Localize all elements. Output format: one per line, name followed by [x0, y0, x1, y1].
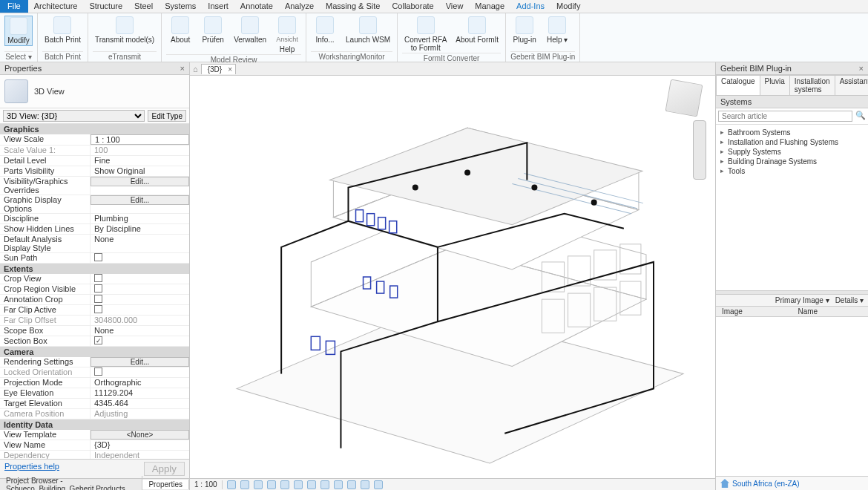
view-cube[interactable] — [665, 79, 703, 117]
menu-tab-insert[interactable]: Insert — [202, 0, 234, 13]
menu-tab-analyze[interactable]: Analyze — [279, 0, 320, 13]
prop-row[interactable]: Scope BoxNone — [0, 326, 189, 336]
prop-row[interactable]: DependencyIndependent — [0, 451, 189, 459]
prop-row[interactable]: Sun Path — [0, 253, 189, 264]
search-icon[interactable]: 🔍 — [855, 111, 866, 122]
vc-icon-4[interactable] — [267, 480, 276, 489]
menu-tab-annotate[interactable]: Annotate — [234, 0, 279, 13]
navigation-bar[interactable] — [693, 120, 706, 180]
properties-help-link[interactable]: Properties help — [4, 462, 59, 476]
tree-item[interactable]: Installation and Flushing Systems — [720, 137, 864, 147]
menu-tab-modify[interactable]: Modify — [550, 0, 586, 13]
geberit-help-button[interactable]: Help ▾ — [543, 16, 571, 45]
modify-button[interactable]: Modify — [4, 16, 33, 46]
close-view-icon[interactable]: × — [228, 65, 232, 74]
prop-value[interactable]: Plumbing — [91, 214, 189, 223]
prop-row[interactable]: View Scale1 : 100 — [0, 134, 189, 146]
vc-icon-10[interactable] — [347, 480, 356, 489]
primary-image-dropdown[interactable]: Primary Image ▾ — [775, 296, 829, 304]
prop-value[interactable]: None — [91, 326, 189, 336]
help-small-button[interactable]: AnsichtHelp — [273, 16, 301, 54]
prop-row[interactable]: View Name{3D} — [0, 440, 189, 451]
prop-row[interactable]: Target Elevation4345.464 — [0, 399, 189, 409]
apply-button[interactable]: Apply — [144, 462, 185, 476]
prop-row[interactable]: Parts VisibilityShow Original — [0, 166, 189, 177]
prop-value[interactable]: Fine — [91, 156, 189, 166]
prop-row[interactable]: Rendering SettingsEdit... — [0, 357, 189, 368]
vc-icon-2[interactable] — [240, 480, 249, 489]
bottom-tab-properties[interactable]: Properties — [142, 480, 189, 489]
vc-icon-9[interactable] — [334, 480, 343, 489]
pruefen-button[interactable]: Prüfen — [199, 16, 227, 45]
prop-value[interactable]: 1 : 100 — [91, 134, 189, 145]
info-button[interactable]: Info... — [311, 16, 339, 45]
prop-value[interactable] — [91, 368, 189, 377]
file-menu[interactable]: File — [0, 0, 28, 13]
bottom-tab-project-browser[interactable]: Project Browser - Schueco_Building_Geber… — [0, 476, 142, 491]
tree-item[interactable]: Tools — [720, 166, 864, 176]
prop-value[interactable]: <None> — [91, 430, 189, 440]
prop-value[interactable] — [91, 274, 189, 284]
view-selector[interactable]: 3D View: {3D} — [3, 110, 145, 122]
prop-row[interactable]: Camera PositionAdjusting — [0, 409, 189, 419]
vc-icon-1[interactable] — [227, 480, 236, 489]
prop-row[interactable]: Far Clip Active — [0, 305, 189, 316]
prop-row[interactable]: Projection ModeOrthographic — [0, 378, 189, 388]
geberit-tab-pluvia[interactable]: Pluvia — [760, 75, 790, 95]
about-formit-button[interactable]: About FormIt — [453, 16, 501, 45]
search-input[interactable] — [718, 111, 852, 122]
prop-value[interactable]: Orthographic — [91, 378, 189, 388]
verwalten-button[interactable]: Verwalten — [231, 16, 269, 45]
prop-row[interactable]: Crop Region Visible — [0, 284, 189, 295]
tree-item[interactable]: Supply Systems — [720, 147, 864, 157]
vc-icon-12[interactable] — [374, 480, 383, 489]
menu-tab-view[interactable]: View — [440, 0, 470, 13]
prop-value[interactable]: By Discipline — [91, 224, 189, 234]
vc-icon-6[interactable] — [294, 480, 303, 489]
transmit-models-button[interactable]: Transmit model(s) — [93, 16, 157, 45]
menu-tab-manage[interactable]: Manage — [469, 0, 510, 13]
prop-value[interactable]: Independent — [91, 451, 189, 459]
prop-value[interactable]: 11129.204 — [91, 388, 189, 398]
prop-row[interactable]: Crop View — [0, 274, 189, 284]
prop-row[interactable]: Eye Elevation11129.204 — [0, 388, 189, 399]
menu-tab-collaborate[interactable]: Collaborate — [386, 0, 439, 13]
geberit-plugin-button[interactable]: Plug-in — [510, 16, 539, 45]
prop-value[interactable]: 4345.464 — [91, 399, 189, 408]
prop-value[interactable]: None — [91, 235, 189, 252]
geberit-tree[interactable]: Bathroom Systems Installation and Flushi… — [716, 125, 868, 290]
prop-value[interactable]: {3D} — [91, 440, 189, 450]
prop-value[interactable]: Edit... — [91, 357, 189, 367]
prop-value[interactable]: Edit... — [91, 195, 189, 213]
vc-icon-5[interactable] — [280, 480, 289, 489]
prop-row[interactable]: Annotation Crop — [0, 295, 189, 305]
prop-row[interactable]: Visibility/Graphics OverridesEdit... — [0, 177, 189, 195]
prop-row[interactable]: View Template<None> — [0, 430, 189, 440]
prop-value[interactable]: Edit... — [91, 177, 189, 195]
geberit-tab-catalogue[interactable]: Catalogue — [716, 75, 760, 95]
about-button[interactable]: About — [166, 16, 194, 45]
prop-value[interactable] — [91, 305, 189, 315]
prop-row[interactable]: Detail LevelFine — [0, 156, 189, 166]
launch-wsm-button[interactable]: Launch WSM — [343, 16, 392, 45]
view-type-label[interactable]: 3D View — [34, 87, 65, 96]
batch-print-button[interactable]: Batch Print — [42, 16, 83, 45]
tree-item[interactable]: Building Drainage Systems — [720, 157, 864, 166]
menu-tab-architecture[interactable]: Architecture — [28, 0, 84, 13]
prop-value[interactable]: 100 — [91, 146, 189, 155]
prop-value[interactable] — [91, 336, 189, 346]
convert-rfa-button[interactable]: Convert RFA to FormIt — [402, 16, 449, 53]
viewport-3d[interactable] — [190, 76, 715, 478]
menu-tab-massing[interactable]: Massing & Site — [320, 0, 386, 13]
menu-tab-structure[interactable]: Structure — [83, 0, 128, 13]
details-dropdown[interactable]: Details ▾ — [835, 296, 864, 304]
prop-row[interactable]: Locked Orientation — [0, 368, 189, 378]
geberit-tab-assistants[interactable]: Assistants — [835, 75, 868, 95]
prop-value[interactable]: Adjusting — [91, 409, 189, 419]
properties-grid[interactable]: GraphicsView Scale1 : 100Scale Value 1:1… — [0, 124, 189, 459]
prop-value[interactable]: Show Original — [91, 166, 189, 176]
prop-value[interactable] — [91, 253, 189, 263]
geberit-tab-install[interactable]: Installation systems — [789, 75, 835, 95]
prop-row[interactable]: DisciplinePlumbing — [0, 214, 189, 224]
prop-value[interactable] — [91, 295, 189, 304]
